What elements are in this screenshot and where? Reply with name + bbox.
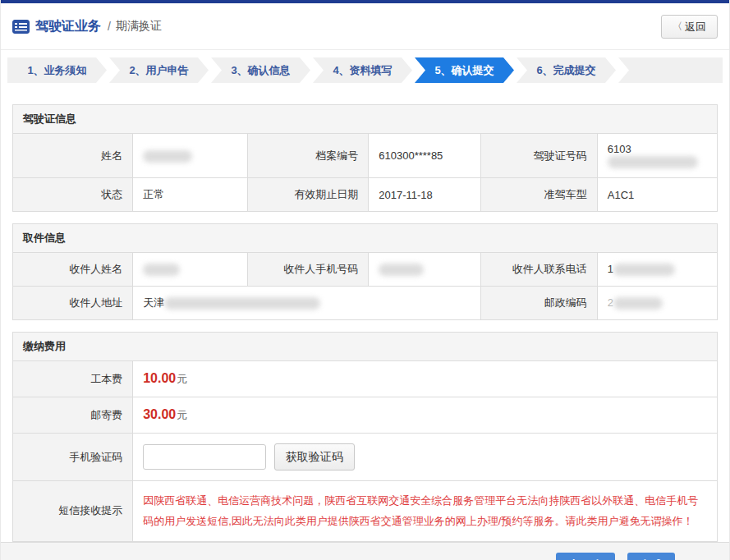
step-5-confirm-submit[interactable]: 5、确认提交 [415,57,514,83]
status-label: 状态 [13,178,133,212]
table-row: 姓名 档案编号 610300****85 驾驶证号码 6103 [13,134,717,178]
fees-section: 缴纳费用 工本费 10.00元 邮寄费 30.00元 手机验证码 获取验证码 [12,332,718,542]
footer-action-bar: 上一步 完成 [1,542,729,560]
redacted-value [613,264,675,276]
expiry-label: 有效期止日期 [247,178,368,212]
sms-code-input[interactable] [143,444,266,470]
recipient-name-value [133,253,248,287]
main-content: 驾驶证信息 姓名 档案编号 610300****85 驾驶证号码 6103 状态… [1,83,729,542]
license-no-value: 6103 [597,134,717,178]
recipient-phone-value: 1 [597,253,717,287]
breadcrumb-separator: / [108,20,111,33]
mailing-fee-label: 邮寄费 [13,397,133,434]
get-sms-code-button[interactable]: 获取验证码 [274,443,355,470]
redacted-value [379,264,424,276]
redacted-value [608,156,698,168]
page-title: 驾驶证业务 [35,18,101,35]
recipient-address-value: 天津 [133,287,481,320]
pickup-info-title: 取件信息 [13,224,717,253]
redacted-value [613,297,663,310]
name-label: 姓名 [13,134,133,178]
license-business-icon [12,20,30,34]
postal-code-label: 邮政编码 [481,287,597,320]
table-row: 收件人地址 天津 邮政编码 2 [13,287,717,320]
step-3-confirm-info[interactable]: 3、确认信息 [211,57,310,83]
step-wizard: 1、业务须知 2、用户申告 3、确认信息 4、资料填写 5、确认提交 6、完成提… [7,57,723,83]
table-row: 手机验证码 获取验证码 [13,434,717,481]
license-info-section: 驾驶证信息 姓名 档案编号 610300****85 驾驶证号码 6103 状态… [12,104,718,212]
recipient-phone-label: 收件人联系电话 [481,253,597,287]
back-button-label: 返回 [685,20,706,34]
redacted-value [143,264,180,276]
license-no-label: 驾驶证号码 [481,134,597,178]
status-value: 正常 [133,178,248,212]
vehicle-type-value: A1C1 [597,178,717,212]
production-fee-value: 10.00元 [133,361,717,397]
recipient-name-label: 收件人姓名 [13,253,133,287]
table-row: 工本费 10.00元 [13,361,717,397]
table-row: 短信接收提示 因陕西省联通、电信运营商技术问题，陕西省互联网交通安全综合服务管理… [13,481,717,541]
pickup-info-section: 取件信息 收件人姓名 收件人手机号码 收件人联系电话 1 收件人地址 天津 邮政… [12,223,718,320]
fees-table: 工本费 10.00元 邮寄费 30.00元 手机验证码 获取验证码 短信接收提 [13,361,717,541]
breadcrumb-current: 期满换证 [116,19,162,34]
license-info-table: 姓名 档案编号 610300****85 驾驶证号码 6103 状态 正常 有效… [13,134,717,211]
production-fee-label: 工本费 [13,361,133,397]
file-no-value: 610300****85 [369,134,481,178]
back-button[interactable]: 〈 返回 [661,15,718,39]
step-bar-filler [618,57,723,83]
mailing-fee-value: 30.00元 [133,397,717,434]
finish-button[interactable]: 完成 [627,553,675,560]
sms-code-label: 手机验证码 [13,434,133,481]
name-value [133,134,248,178]
vehicle-type-label: 准驾车型 [481,178,597,212]
step-1-business-notice[interactable]: 1、业务须知 [7,57,107,83]
previous-step-button[interactable]: 上一步 [556,553,615,560]
recipient-address-label: 收件人地址 [13,287,133,320]
table-row: 收件人姓名 收件人手机号码 收件人联系电话 1 [13,253,717,287]
postal-code-value: 2 [597,287,717,320]
step-6-finish-submit[interactable]: 6、完成提交 [517,57,616,83]
recipient-mobile-value [369,253,481,287]
recipient-mobile-label: 收件人手机号码 [247,253,368,287]
step-4-fill-material[interactable]: 4、资料填写 [313,57,412,83]
expiry-value: 2017-11-18 [369,178,481,212]
sms-notice-text: 因陕西省联通、电信运营商技术问题，陕西省互联网交通安全综合服务管理平台无法向持陕… [133,481,717,541]
table-row: 状态 正常 有效期止日期 2017-11-18 准驾车型 A1C1 [13,178,717,212]
sms-notice-label: 短信接收提示 [13,481,133,541]
chevron-left-icon: 〈 [673,20,682,34]
table-row: 邮寄费 30.00元 [13,397,717,434]
redacted-value [143,150,192,163]
step-2-user-declaration[interactable]: 2、用户申告 [109,57,209,83]
pickup-info-table: 收件人姓名 收件人手机号码 收件人联系电话 1 收件人地址 天津 邮政编码 2 [13,253,717,319]
fees-title: 缴纳费用 [13,333,717,361]
file-no-label: 档案编号 [247,134,368,178]
sms-code-cell: 获取验证码 [133,434,717,481]
license-info-title: 驾驶证信息 [13,105,717,134]
page-header: 驾驶证业务 / 期满换证 〈 返回 [1,3,729,50]
redacted-value [164,297,320,310]
